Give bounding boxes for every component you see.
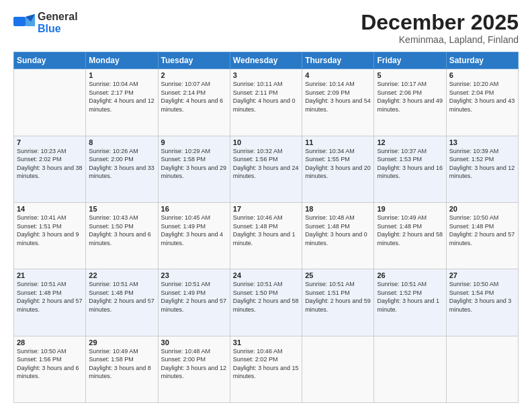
weekday-wednesday: Wednesday	[230, 52, 302, 69]
page: General Blue December 2025 Keminmaa, Lap…	[0, 0, 532, 411]
calendar-header: SundayMondayTuesdayWednesdayThursdayFrid…	[14, 52, 519, 69]
day-number: 30	[161, 338, 227, 347]
calendar-cell	[302, 336, 374, 402]
calendar-cell: 17Sunrise: 10:46 AM Sunset: 1:48 PM Dayl…	[230, 202, 302, 269]
day-info: Sunrise: 10:51 AM Sunset: 1:51 PM Daylig…	[305, 280, 371, 314]
day-number: 13	[449, 138, 515, 146]
calendar-body: 1Sunrise: 10:04 AM Sunset: 2:17 PM Dayli…	[14, 69, 519, 403]
weekday-saturday: Saturday	[446, 52, 518, 69]
day-info: Sunrise: 10:39 AM Sunset: 1:52 PM Daylig…	[449, 147, 515, 181]
calendar-cell: 23Sunrise: 10:51 AM Sunset: 1:49 PM Dayl…	[158, 269, 230, 336]
day-info: Sunrise: 10:51 AM Sunset: 1:49 PM Daylig…	[161, 280, 227, 314]
day-info: Sunrise: 10:51 AM Sunset: 1:52 PM Daylig…	[377, 280, 443, 314]
calendar-title: December 2025	[361, 11, 519, 34]
day-number: 7	[17, 138, 83, 146]
title-area: December 2025 Keminmaa, Lapland, Finland	[361, 11, 519, 45]
day-info: Sunrise: 10:51 AM Sunset: 1:48 PM Daylig…	[17, 280, 83, 314]
day-info: Sunrise: 10:11 AM Sunset: 2:11 PM Daylig…	[233, 80, 299, 113]
calendar-cell: 13Sunrise: 10:39 AM Sunset: 1:52 PM Dayl…	[446, 136, 518, 202]
calendar-cell: 21Sunrise: 10:51 AM Sunset: 1:48 PM Dayl…	[14, 269, 86, 336]
calendar-cell: 31Sunrise: 10:46 AM Sunset: 2:02 PM Dayl…	[230, 336, 302, 402]
day-number: 10	[233, 138, 299, 146]
calendar-cell: 4Sunrise: 10:14 AM Sunset: 2:09 PM Dayli…	[302, 69, 374, 136]
calendar-cell: 1Sunrise: 10:04 AM Sunset: 2:17 PM Dayli…	[86, 69, 158, 136]
day-number: 11	[305, 138, 371, 146]
weekday-tuesday: Tuesday	[158, 52, 230, 69]
calendar-cell: 27Sunrise: 10:50 AM Sunset: 1:54 PM Dayl…	[446, 269, 518, 336]
day-info: Sunrise: 10:17 AM Sunset: 2:06 PM Daylig…	[377, 80, 443, 113]
day-info: Sunrise: 10:46 AM Sunset: 1:48 PM Daylig…	[233, 214, 299, 247]
weekday-thursday: Thursday	[302, 52, 374, 69]
day-number: 27	[449, 271, 515, 279]
calendar-cell	[446, 336, 518, 402]
day-number: 19	[377, 205, 443, 213]
calendar-cell: 14Sunrise: 10:41 AM Sunset: 1:51 PM Dayl…	[14, 202, 86, 269]
day-info: Sunrise: 10:04 AM Sunset: 2:17 PM Daylig…	[89, 80, 154, 113]
weekday-monday: Monday	[86, 52, 158, 69]
day-info: Sunrise: 10:49 AM Sunset: 1:58 PM Daylig…	[89, 347, 154, 381]
calendar-table: SundayMondayTuesdayWednesdayThursdayFrid…	[13, 52, 519, 403]
week-row-2: 14Sunrise: 10:41 AM Sunset: 1:51 PM Dayl…	[14, 202, 519, 269]
day-info: Sunrise: 10:43 AM Sunset: 1:50 PM Daylig…	[89, 214, 154, 247]
calendar-cell: 3Sunrise: 10:11 AM Sunset: 2:11 PM Dayli…	[230, 69, 302, 136]
weekday-sunday: Sunday	[14, 52, 86, 69]
day-number: 14	[17, 205, 83, 213]
day-info: Sunrise: 10:50 AM Sunset: 1:54 PM Daylig…	[449, 280, 515, 314]
logo-text-blue: Blue	[38, 23, 61, 34]
day-number: 21	[17, 271, 83, 279]
day-number: 4	[305, 71, 371, 79]
day-number: 2	[161, 71, 227, 79]
logo-text-general: General	[38, 11, 78, 22]
calendar-cell: 11Sunrise: 10:34 AM Sunset: 1:55 PM Dayl…	[302, 136, 374, 202]
week-row-3: 21Sunrise: 10:51 AM Sunset: 1:48 PM Dayl…	[14, 269, 519, 336]
day-number: 3	[233, 71, 299, 79]
calendar-cell: 12Sunrise: 10:37 AM Sunset: 1:53 PM Dayl…	[374, 136, 446, 202]
calendar-cell: 10Sunrise: 10:32 AM Sunset: 1:56 PM Dayl…	[230, 136, 302, 202]
header: General Blue December 2025 Keminmaa, Lap…	[13, 11, 519, 45]
day-number: 9	[161, 138, 227, 146]
day-number: 1	[89, 71, 154, 79]
day-number: 28	[17, 338, 83, 347]
day-info: Sunrise: 10:48 AM Sunset: 2:00 PM Daylig…	[161, 347, 227, 381]
day-info: Sunrise: 10:50 AM Sunset: 1:48 PM Daylig…	[449, 214, 515, 247]
calendar-cell: 18Sunrise: 10:48 AM Sunset: 1:48 PM Dayl…	[302, 202, 374, 269]
day-info: Sunrise: 10:34 AM Sunset: 1:55 PM Daylig…	[305, 147, 371, 181]
calendar-cell: 26Sunrise: 10:51 AM Sunset: 1:52 PM Dayl…	[374, 269, 446, 336]
calendar-cell: 9Sunrise: 10:29 AM Sunset: 1:58 PM Dayli…	[158, 136, 230, 202]
calendar-cell: 5Sunrise: 10:17 AM Sunset: 2:06 PM Dayli…	[374, 69, 446, 136]
calendar-cell: 19Sunrise: 10:49 AM Sunset: 1:48 PM Dayl…	[374, 202, 446, 269]
day-info: Sunrise: 10:41 AM Sunset: 1:51 PM Daylig…	[17, 214, 83, 247]
day-info: Sunrise: 10:29 AM Sunset: 1:58 PM Daylig…	[161, 147, 227, 181]
day-info: Sunrise: 10:26 AM Sunset: 2:00 PM Daylig…	[89, 147, 154, 181]
day-number: 17	[233, 205, 299, 213]
calendar-cell: 15Sunrise: 10:43 AM Sunset: 1:50 PM Dayl…	[86, 202, 158, 269]
week-row-1: 7Sunrise: 10:23 AM Sunset: 2:02 PM Dayli…	[14, 136, 519, 202]
calendar-cell	[14, 69, 86, 136]
day-number: 29	[89, 338, 154, 347]
day-number: 15	[89, 205, 154, 213]
calendar-cell	[374, 336, 446, 402]
calendar-cell: 25Sunrise: 10:51 AM Sunset: 1:51 PM Dayl…	[302, 269, 374, 336]
day-info: Sunrise: 10:50 AM Sunset: 1:56 PM Daylig…	[17, 347, 83, 381]
calendar-cell: 29Sunrise: 10:49 AM Sunset: 1:58 PM Dayl…	[86, 336, 158, 402]
calendar-cell: 8Sunrise: 10:26 AM Sunset: 2:00 PM Dayli…	[86, 136, 158, 202]
day-info: Sunrise: 10:14 AM Sunset: 2:09 PM Daylig…	[305, 80, 371, 113]
week-row-0: 1Sunrise: 10:04 AM Sunset: 2:17 PM Dayli…	[14, 69, 519, 136]
day-number: 25	[305, 271, 371, 279]
calendar-cell: 20Sunrise: 10:50 AM Sunset: 1:48 PM Dayl…	[446, 202, 518, 269]
day-info: Sunrise: 10:20 AM Sunset: 2:04 PM Daylig…	[449, 80, 515, 113]
day-number: 16	[161, 205, 227, 213]
weekday-row: SundayMondayTuesdayWednesdayThursdayFrid…	[14, 52, 519, 69]
calendar-cell: 24Sunrise: 10:51 AM Sunset: 1:50 PM Dayl…	[230, 269, 302, 336]
calendar-subtitle: Keminmaa, Lapland, Finland	[361, 34, 519, 45]
day-info: Sunrise: 10:07 AM Sunset: 2:14 PM Daylig…	[161, 80, 227, 113]
logo-icon	[13, 14, 35, 32]
day-number: 12	[377, 138, 443, 146]
day-number: 6	[449, 71, 515, 79]
day-number: 20	[449, 205, 515, 213]
day-number: 5	[377, 71, 443, 79]
calendar-cell: 30Sunrise: 10:48 AM Sunset: 2:00 PM Dayl…	[158, 336, 230, 402]
day-info: Sunrise: 10:32 AM Sunset: 1:56 PM Daylig…	[233, 147, 299, 181]
day-info: Sunrise: 10:46 AM Sunset: 2:02 PM Daylig…	[233, 347, 299, 381]
day-info: Sunrise: 10:51 AM Sunset: 1:50 PM Daylig…	[233, 280, 299, 314]
